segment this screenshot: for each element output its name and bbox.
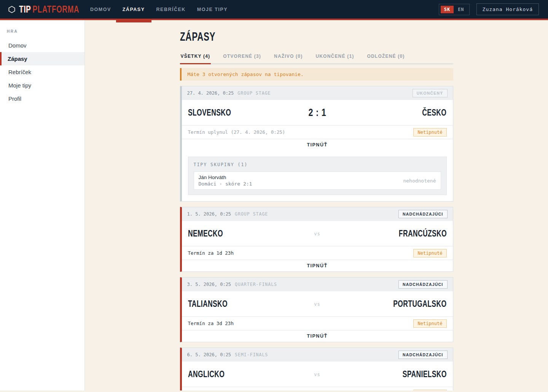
match-score: 2 : 1 (308, 107, 326, 119)
match-card-taliansko-portugalsko: 3. 5. 2026, 0:25 QUARTER-FINALS NADCHÁDZ… (180, 277, 453, 342)
sidebar-item-zapasy[interactable]: Zápasy (0, 52, 84, 65)
tab-odlozene[interactable]: ODLOŽENÉ (0) (366, 51, 405, 63)
tip-detail: Domáci · skóre 2:1 (199, 181, 252, 187)
bet-status-badge: Netipnuté (413, 249, 446, 257)
home-team: NEMECKO (188, 229, 223, 239)
match-stage: GROUP STAGE (235, 211, 268, 217)
match-deadline-row: Termín za 3d 23h Netipnuté (182, 316, 453, 330)
logo-text: TIPPLATFORMA (19, 3, 79, 15)
tip-result: nehodnotené (403, 178, 436, 184)
tab-vsetky[interactable]: VŠETKY (4) (180, 51, 211, 63)
match-date: 1. 5. 2026, 0:25 (187, 211, 231, 217)
nav-item-moje-tipy[interactable]: MOJE TIPY (197, 0, 228, 19)
deadline-text: Termín za 1d 23h (188, 250, 234, 256)
match-stage: GROUP STAGE (237, 90, 271, 96)
tip-row: Ján Horváth Domáci · skóre 2:1 nehodnote… (194, 171, 441, 190)
status-badge: NADCHÁDZAJÚCI (398, 210, 448, 218)
tab-nazivo[interactable]: NAŽIVO (0) (273, 51, 303, 63)
match-card-slovensko-cesko: 27. 4. 2026, 0:25 GROUP STAGE UKONČENÝ S… (180, 86, 453, 202)
nav-item-rebricek[interactable]: REBRÍČEK (156, 0, 186, 19)
match-card-header: 27. 4. 2026, 0:25 GROUP STAGE UKONČENÝ (182, 86, 453, 100)
top-navbar: TIPPLATFORMA DOMOV ZÁPASY REBRÍČEK MOJE … (0, 0, 548, 20)
away-team: ČESKO (422, 108, 446, 118)
bet-status-badge: Netipnuté (413, 128, 446, 136)
deadline-text: Termín za 3d 23h (188, 321, 234, 326)
hexagon-logo-icon (8, 6, 15, 13)
navbar-right: SK EN Zuzana Horáková (439, 3, 548, 15)
match-teams-row: NEMECKO vs FRANCÚZSKO (182, 221, 453, 246)
main-nav: DOMOV ZÁPASY REBRÍČEK MOJE TIPY (90, 0, 228, 19)
sidebar-item-rebricek[interactable]: Rebríček (0, 65, 84, 79)
vs-label: vs (314, 302, 320, 307)
match-date: 6. 5. 2026, 0:25 (187, 352, 231, 357)
match-deadline-row: Termín za 6d 23h Netipnuté (182, 387, 453, 390)
match-teams-row: ANGLICKO vs SPANIELSKO (182, 362, 453, 387)
bet-status-badge: Netipnuté (413, 390, 446, 391)
group-tips-title: TIPY SKUPINY (1) (194, 162, 441, 167)
nav-item-zapasy[interactable]: ZÁPASY (123, 0, 145, 19)
sidebar-item-profil[interactable]: Profil (0, 92, 84, 105)
sidebar: HRA Domov Zápasy Rebríček Moje tipy Prof… (0, 20, 85, 390)
match-date: 27. 4. 2026, 0:25 (187, 90, 234, 96)
home-team: TALIANSKO (188, 299, 228, 309)
match-stage: SEMI-FINALS (235, 352, 268, 357)
lang-sk-button[interactable]: SK (441, 6, 454, 13)
language-toggle: SK EN (439, 4, 470, 15)
tip-button[interactable]: TIPNÚŤ (182, 260, 453, 271)
match-teams-row: TALIANSKO vs PORTUGALSKO (182, 291, 453, 316)
page-shell: HRA Domov Zápasy Rebríček Moje tipy Prof… (0, 20, 548, 390)
group-tips-panel: TIPY SKUPINY (1) Ján Horváth Domáci · sk… (188, 157, 447, 195)
logo-platforma: PLATFORMA (33, 3, 80, 15)
match-date: 3. 5. 2026, 0:25 (187, 282, 231, 287)
match-deadline-row: Termín uplynul (27. 4. 2026, 0:25) Netip… (182, 125, 453, 139)
match-card-header: 3. 5. 2026, 0:25 QUARTER-FINALS NADCHÁDZ… (182, 278, 453, 291)
away-team: SPANIELSKO (402, 369, 446, 379)
page-title: ZÁPASY (180, 30, 215, 44)
home-team: ANGLICKO (188, 369, 225, 379)
match-filter-tabs: VŠETKY (4) OTVORENÉ (3) NAŽIVO (0) UKONČ… (180, 51, 453, 64)
user-menu-button[interactable]: Zuzana Horáková (476, 3, 539, 15)
nav-item-domov[interactable]: DOMOV (90, 0, 111, 19)
vs-label: vs (314, 231, 320, 236)
sidebar-item-domov[interactable]: Domov (0, 39, 84, 52)
tip-button[interactable]: TIPNÚŤ (182, 330, 453, 342)
match-card-header: 1. 5. 2026, 0:25 GROUP STAGE NADCHÁDZAJÚ… (182, 207, 453, 221)
tab-ukoncene[interactable]: UKONČENÉ (1) (315, 51, 355, 63)
bet-status-badge: Netipnuté (413, 319, 446, 328)
deadline-text: Termín uplynul (27. 4. 2026, 0:25) (188, 129, 285, 135)
match-card-anglicko-spanielsko: 6. 5. 2026, 0:25 SEMI-FINALS NADCHÁDZAJÚ… (180, 348, 453, 390)
status-badge: UKONČENÝ (413, 89, 448, 97)
away-team: FRANCÚZSKO (398, 229, 446, 239)
match-card-nemecko-francuzsko: 1. 5. 2026, 0:25 GROUP STAGE NADCHÁDZAJÚ… (180, 207, 453, 272)
logo-tip: TIP (19, 3, 31, 15)
match-stage: QUARTER-FINALS (235, 282, 277, 287)
sidebar-item-moje-tipy[interactable]: Moje tipy (0, 79, 84, 92)
status-badge: NADCHÁDZAJÚCI (398, 280, 448, 289)
home-team: SLOVENSKO (188, 108, 231, 118)
match-teams-row: SLOVENSKO 2 : 1 ČESKO (182, 100, 453, 125)
main-area: ZÁPASY VŠETKY (4) OTVORENÉ (3) NAŽIVO (0… (85, 20, 548, 390)
lang-en-button[interactable]: EN (454, 6, 467, 13)
tipper-name: Ján Horváth (199, 175, 252, 180)
away-team: PORTUGALSKO (393, 299, 446, 309)
vs-label: vs (314, 372, 320, 377)
match-card-header: 6. 5. 2026, 0:25 SEMI-FINALS NADCHÁDZAJÚ… (182, 348, 453, 362)
tip-button[interactable]: TIPNÚŤ (182, 139, 453, 151)
tip-row-left: Ján Horváth Domáci · skóre 2:1 (199, 175, 252, 187)
match-deadline-row: Termín za 1d 23h Netipnuté (182, 246, 453, 260)
open-matches-alert: Máte 3 otvorených zápasov na tipovanie. (180, 68, 453, 81)
sidebar-section-label: HRA (0, 29, 84, 33)
app-logo[interactable]: TIPPLATFORMA (0, 3, 85, 15)
status-badge: NADCHÁDZAJÚCI (398, 351, 448, 359)
tab-otvorene[interactable]: OTVORENÉ (3) (222, 51, 262, 63)
